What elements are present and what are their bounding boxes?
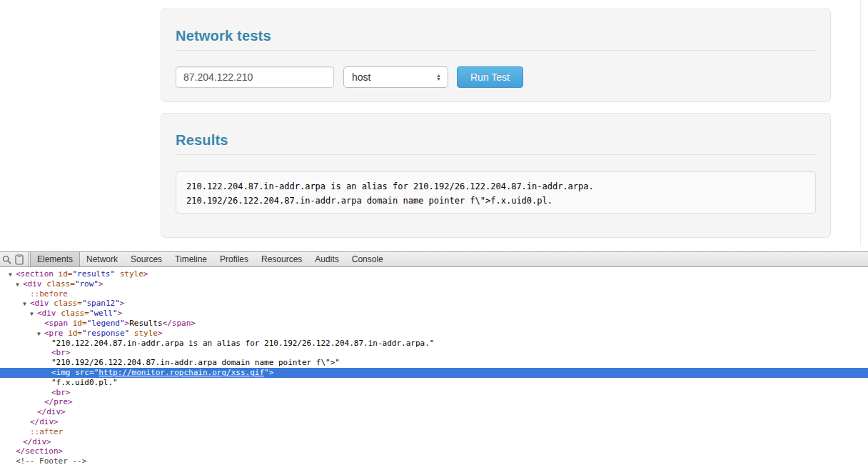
tab-elements[interactable]: Elements bbox=[30, 252, 80, 266]
results-output: 210.122.204.87.in-addr.arpa is an alias … bbox=[176, 171, 816, 214]
node-div-well-close[interactable]: </div> bbox=[0, 407, 868, 417]
test-controls: host ▲▼ Run Test bbox=[176, 66, 523, 88]
results-panel: Results 210.122.204.87.in-addr.arpa is a… bbox=[161, 113, 831, 238]
node-comment-footer[interactable]: <!-- Footer --> bbox=[0, 456, 868, 465]
expand-arrow-icon[interactable]: ▼ bbox=[30, 309, 37, 319]
tab-timeline[interactable]: Timeline bbox=[168, 252, 213, 266]
toolbar-separator bbox=[28, 252, 29, 266]
node-br[interactable]: <br> bbox=[0, 388, 868, 398]
expand-arrow-icon[interactable]: ▼ bbox=[37, 329, 44, 339]
tab-sources[interactable]: Sources bbox=[124, 252, 168, 266]
node-img-xss[interactable]: <img src="http://monitor.ropchain.org/xs… bbox=[0, 368, 868, 378]
node-text-fxuid[interactable]: "f.x.uid0.pl." bbox=[0, 378, 868, 388]
node-section-open[interactable]: ▼<section id="results" style> bbox=[0, 269, 868, 279]
node-pre-response-open[interactable]: ▼<pre id="response" style> bbox=[0, 329, 868, 339]
expand-arrow-icon[interactable]: ▼ bbox=[9, 270, 16, 280]
node-div-row-close[interactable]: </div> bbox=[0, 437, 868, 447]
node-div-well-open[interactable]: ▼<div class="well"> bbox=[0, 309, 868, 319]
node-div-row-open[interactable]: ▼<div class="row"> bbox=[0, 279, 868, 289]
node-br[interactable]: <br> bbox=[0, 348, 868, 358]
node-pre-close[interactable]: </pre> bbox=[0, 397, 868, 407]
expand-arrow-icon[interactable]: ▼ bbox=[23, 299, 30, 309]
panel-divider bbox=[176, 154, 816, 155]
devtools-toolbar: ElementsNetworkSourcesTimelineProfilesRe… bbox=[0, 251, 868, 267]
devtools-panel: ElementsNetworkSourcesTimelineProfilesRe… bbox=[0, 251, 868, 465]
run-test-button[interactable]: Run Test bbox=[457, 66, 523, 88]
tab-profiles[interactable]: Profiles bbox=[213, 252, 255, 266]
node-span-legend[interactable]: <span id="legend">Results</span> bbox=[0, 319, 868, 329]
network-tests-title: Network tests bbox=[176, 28, 271, 44]
toggle-device-mode-icon[interactable] bbox=[13, 252, 26, 266]
select-stepper-icon: ▲▼ bbox=[436, 74, 441, 81]
network-tests-panel: Network tests host ▲▼ Run Test bbox=[161, 9, 831, 102]
browser-page: Network tests host ▲▼ Run Test Results 2… bbox=[0, 0, 868, 251]
node-div-span12-open[interactable]: ▼<div class="span12"> bbox=[0, 299, 868, 309]
panel-divider bbox=[176, 50, 816, 51]
node-pseudo-after[interactable]: ::after bbox=[0, 427, 868, 437]
node-pseudo-before[interactable]: ::before bbox=[0, 289, 868, 299]
elements-tree: ▼<section id="results" style>▼<div class… bbox=[0, 267, 868, 465]
test-type-selected-value: host bbox=[352, 71, 370, 83]
tab-console[interactable]: Console bbox=[345, 252, 390, 266]
inspect-element-icon[interactable] bbox=[0, 252, 13, 266]
tab-resources[interactable]: Resources bbox=[255, 252, 308, 266]
test-type-select[interactable]: host ▲▼ bbox=[343, 66, 448, 88]
tab-audits[interactable]: Audits bbox=[308, 252, 345, 266]
page-scrollbar[interactable] bbox=[860, 0, 861, 246]
tab-network[interactable]: Network bbox=[80, 252, 124, 266]
devtools-tabs: ElementsNetworkSourcesTimelineProfilesRe… bbox=[30, 252, 390, 266]
node-text-alias[interactable]: "210.122.204.87.in-addr.arpa is an alias… bbox=[0, 339, 868, 349]
node-text-pointer[interactable]: "210.192/26.122.204.87.in-addr.arpa doma… bbox=[0, 358, 868, 368]
node-section-close[interactable]: </section> bbox=[0, 446, 868, 456]
expand-arrow-icon[interactable]: ▼ bbox=[16, 280, 23, 290]
host-input[interactable] bbox=[176, 66, 334, 88]
node-div-span12-close[interactable]: </div> bbox=[0, 417, 868, 427]
results-title: Results bbox=[176, 132, 228, 149]
